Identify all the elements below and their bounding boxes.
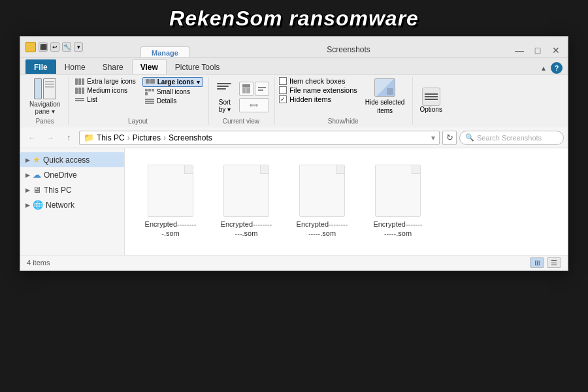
list-btn[interactable]: List bbox=[73, 95, 138, 104]
ribbon-group-options: Options bbox=[414, 77, 453, 125]
ribbon-group-show-hide: Item check boxes File name extensions ✓ … bbox=[276, 77, 414, 125]
ribbon-group-layout: Extra large icons Medium icons List bbox=[70, 77, 209, 125]
extra-large-icons-btn[interactable]: Extra large icons bbox=[73, 77, 138, 86]
sidebar-item-network[interactable]: ▶ 🌐 Network bbox=[20, 197, 124, 212]
file-thumbnail bbox=[223, 165, 269, 217]
hidden-items-label: Hidden items bbox=[289, 95, 331, 103]
minimize-button[interactable]: — bbox=[510, 44, 529, 57]
list-item[interactable]: Encrypted---------.som bbox=[138, 159, 203, 244]
hide-selected-label: Hide selecteditems bbox=[365, 98, 405, 115]
current-view-group-label: Current view bbox=[213, 118, 269, 125]
up-button[interactable]: ↑ bbox=[61, 130, 76, 146]
search-box[interactable]: 🔍 Search Screenshots bbox=[459, 131, 564, 145]
tab-view[interactable]: View bbox=[132, 59, 167, 74]
forward-button[interactable]: → bbox=[42, 130, 58, 146]
details-status-toggle[interactable]: ☰ bbox=[547, 257, 561, 268]
file-content-area: Encrypted---------.som Encrypted--------… bbox=[125, 148, 568, 255]
sidebar-label-network: Network bbox=[46, 201, 74, 210]
page-title: RekenSom ransomware bbox=[0, 7, 588, 31]
file-name-extensions-label: File name extensions bbox=[289, 86, 357, 94]
path-part-1[interactable]: This PC bbox=[97, 133, 125, 142]
view-toggles: ⊞ ☰ bbox=[530, 257, 561, 268]
this-pc-icon: 🖥 bbox=[33, 185, 41, 195]
window-title: Screenshots bbox=[189, 45, 508, 57]
options-label: Options bbox=[419, 106, 442, 113]
file-name: Encrypted------------.som bbox=[373, 220, 422, 238]
layout-group-label: Layout bbox=[73, 118, 203, 125]
address-path[interactable]: 📁 This PC › Pictures › Screenshots ▾ bbox=[79, 131, 440, 145]
quick-access-btn[interactable]: ⬛ bbox=[39, 42, 48, 52]
more-btn[interactable]: ▾ bbox=[74, 42, 83, 52]
ribbon-tabs: File Home Share View Picture Tools ▲ ? bbox=[20, 57, 568, 74]
folder-title-icon bbox=[25, 42, 36, 52]
ribbon-group-panes: Navigation pane ▾ Panes bbox=[24, 77, 69, 125]
file-thumbnail bbox=[299, 165, 345, 217]
back-button[interactable]: ← bbox=[24, 130, 40, 146]
details-btn[interactable]: Details bbox=[142, 97, 203, 105]
file-name: Encrypted-------------.som bbox=[297, 220, 348, 238]
small-icons-btn[interactable]: Small icons bbox=[142, 88, 203, 96]
size-all-columns-btn[interactable]: ⟺ bbox=[239, 98, 269, 112]
ribbon-body: Navigation pane ▾ Panes Extra large icon… bbox=[20, 74, 568, 127]
options-button[interactable]: Options bbox=[417, 86, 444, 114]
add-columns-btn[interactable] bbox=[255, 82, 269, 96]
main-area: ▶ ★ Quick access ▶ ☁ OneDrive ▶ 🖥 This P… bbox=[20, 148, 568, 255]
show-hide-group-label: Show/hide bbox=[279, 118, 408, 125]
quick-access-chevron: ▶ bbox=[25, 157, 30, 163]
medium-icons-btn[interactable]: Medium icons bbox=[73, 86, 138, 95]
close-button[interactable]: ✕ bbox=[547, 44, 565, 57]
network-icon: 🌐 bbox=[33, 200, 43, 210]
list-item[interactable]: Encrypted-------------.som bbox=[289, 159, 355, 244]
network-chevron: ▶ bbox=[25, 202, 30, 208]
sidebar-item-onedrive[interactable]: ▶ ☁ OneDrive bbox=[20, 167, 124, 182]
ribbon-collapse-btn[interactable]: ▲ bbox=[540, 65, 547, 72]
tab-home[interactable]: Home bbox=[56, 59, 94, 74]
maximize-button[interactable]: □ bbox=[529, 44, 547, 57]
tab-file[interactable]: File bbox=[25, 59, 56, 74]
list-item[interactable]: Encrypted------------.som bbox=[365, 159, 431, 244]
navigation-pane-button[interactable]: Navigation pane ▾ bbox=[27, 77, 63, 116]
hidden-items-toggle[interactable]: ✓ Hidden items bbox=[279, 95, 357, 103]
tab-picture-tools[interactable]: Picture Tools bbox=[167, 59, 228, 74]
manage-tab[interactable]: Manage bbox=[140, 46, 189, 57]
sidebar-label-this-pc: This PC bbox=[44, 186, 72, 195]
file-explorer-window: ⬛ ↩ 🔧 ▾ Manage Screenshots — □ ✕ File Ho… bbox=[20, 36, 568, 271]
sidebar-item-quick-access[interactable]: ▶ ★ Quick access bbox=[20, 152, 124, 167]
help-button[interactable]: ? bbox=[551, 62, 563, 74]
item-check-boxes-toggle[interactable]: Item check boxes bbox=[279, 77, 357, 85]
sidebar: ▶ ★ Quick access ▶ ☁ OneDrive ▶ 🖥 This P… bbox=[20, 148, 125, 255]
hide-selected-icon bbox=[374, 78, 395, 97]
this-pc-chevron: ▶ bbox=[25, 187, 30, 193]
file-name: Encrypted-----------.som bbox=[221, 220, 272, 238]
large-icons-status-toggle[interactable]: ⊞ bbox=[530, 257, 544, 268]
search-icon: 🔍 bbox=[465, 133, 474, 142]
group-by-btn[interactable] bbox=[239, 82, 253, 96]
refresh-button[interactable]: ↻ bbox=[442, 131, 457, 145]
ribbon-group-current-view: Sort by ▾ bbox=[210, 77, 275, 125]
title-banner: RekenSom ransomware bbox=[0, 0, 588, 36]
path-part-3[interactable]: Screenshots bbox=[169, 133, 212, 142]
onedrive-icon: ☁ bbox=[33, 170, 41, 180]
list-item[interactable]: Encrypted-----------.som bbox=[214, 159, 279, 244]
address-bar: ← → ↑ 📁 This PC › Pictures › Screenshots… bbox=[20, 127, 568, 148]
status-bar: 4 items ⊞ ☰ bbox=[20, 255, 568, 270]
hide-selected-items-button[interactable]: Hide selecteditems bbox=[363, 77, 408, 116]
search-placeholder: Search Screenshots bbox=[477, 134, 542, 142]
item-check-boxes-checkbox[interactable] bbox=[279, 77, 287, 85]
sidebar-item-this-pc[interactable]: ▶ 🖥 This PC bbox=[20, 182, 124, 197]
tab-share[interactable]: Share bbox=[94, 59, 132, 74]
path-folder-icon: 📁 bbox=[84, 133, 94, 142]
undo-btn[interactable]: ↩ bbox=[50, 42, 59, 52]
file-name: Encrypted---------.som bbox=[145, 220, 197, 238]
options-icon bbox=[422, 88, 440, 106]
properties-btn[interactable]: 🔧 bbox=[62, 42, 71, 52]
item-check-boxes-label: Item check boxes bbox=[289, 77, 346, 85]
file-name-extensions-toggle[interactable]: File name extensions bbox=[279, 86, 357, 94]
large-icons-btn[interactable]: Large icons ▾ bbox=[142, 77, 203, 87]
path-part-2[interactable]: Pictures bbox=[133, 133, 161, 142]
sort-by-button[interactable]: Sort by ▾ bbox=[213, 79, 237, 114]
file-name-extensions-checkbox[interactable] bbox=[279, 86, 287, 94]
hidden-items-checkbox[interactable]: ✓ bbox=[279, 95, 287, 103]
sidebar-label-quick-access: Quick access bbox=[43, 155, 90, 165]
panes-group-label: Panes bbox=[27, 118, 63, 125]
